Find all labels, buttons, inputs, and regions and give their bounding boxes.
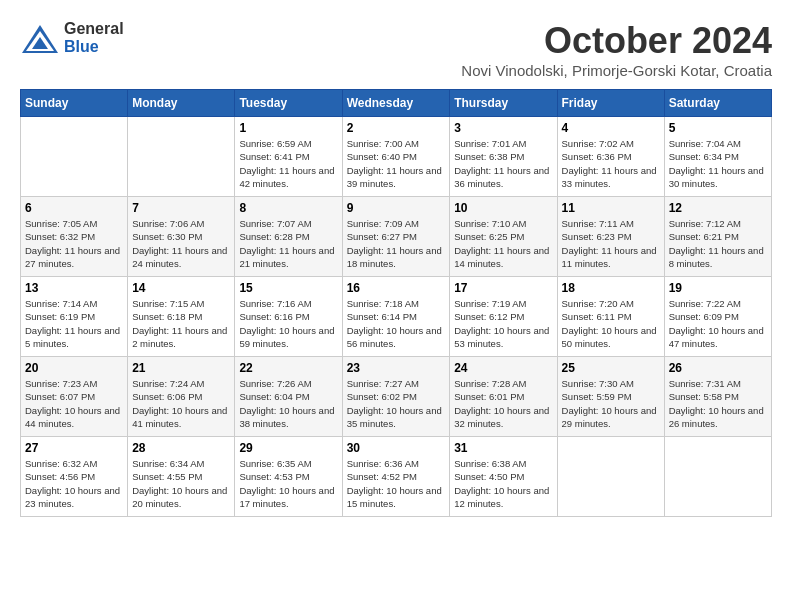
weekday-header-friday: Friday xyxy=(557,90,664,117)
day-detail: Sunrise: 7:28 AM Sunset: 6:01 PM Dayligh… xyxy=(454,377,552,430)
weekday-header-thursday: Thursday xyxy=(450,90,557,117)
day-detail: Sunrise: 7:02 AM Sunset: 6:36 PM Dayligh… xyxy=(562,137,660,190)
day-number: 17 xyxy=(454,281,552,295)
calendar-cell: 9Sunrise: 7:09 AM Sunset: 6:27 PM Daylig… xyxy=(342,197,450,277)
calendar-cell: 19Sunrise: 7:22 AM Sunset: 6:09 PM Dayli… xyxy=(664,277,771,357)
day-number: 4 xyxy=(562,121,660,135)
weekday-header-sunday: Sunday xyxy=(21,90,128,117)
calendar-cell: 16Sunrise: 7:18 AM Sunset: 6:14 PM Dayli… xyxy=(342,277,450,357)
day-number: 31 xyxy=(454,441,552,455)
calendar-cell: 7Sunrise: 7:06 AM Sunset: 6:30 PM Daylig… xyxy=(128,197,235,277)
day-number: 5 xyxy=(669,121,767,135)
day-number: 3 xyxy=(454,121,552,135)
day-number: 14 xyxy=(132,281,230,295)
calendar-cell xyxy=(557,437,664,517)
day-number: 12 xyxy=(669,201,767,215)
page-header: General Blue October 2024 Novi Vinodolsk… xyxy=(20,20,772,79)
logo-icon xyxy=(20,23,60,53)
day-detail: Sunrise: 7:30 AM Sunset: 5:59 PM Dayligh… xyxy=(562,377,660,430)
day-detail: Sunrise: 7:11 AM Sunset: 6:23 PM Dayligh… xyxy=(562,217,660,270)
day-number: 1 xyxy=(239,121,337,135)
calendar-week-row: 6Sunrise: 7:05 AM Sunset: 6:32 PM Daylig… xyxy=(21,197,772,277)
calendar-cell xyxy=(128,117,235,197)
day-number: 18 xyxy=(562,281,660,295)
day-detail: Sunrise: 7:01 AM Sunset: 6:38 PM Dayligh… xyxy=(454,137,552,190)
day-detail: Sunrise: 7:15 AM Sunset: 6:18 PM Dayligh… xyxy=(132,297,230,350)
day-detail: Sunrise: 6:38 AM Sunset: 4:50 PM Dayligh… xyxy=(454,457,552,510)
day-detail: Sunrise: 6:32 AM Sunset: 4:56 PM Dayligh… xyxy=(25,457,123,510)
calendar-cell: 5Sunrise: 7:04 AM Sunset: 6:34 PM Daylig… xyxy=(664,117,771,197)
day-detail: Sunrise: 7:09 AM Sunset: 6:27 PM Dayligh… xyxy=(347,217,446,270)
day-number: 10 xyxy=(454,201,552,215)
day-number: 22 xyxy=(239,361,337,375)
day-detail: Sunrise: 7:20 AM Sunset: 6:11 PM Dayligh… xyxy=(562,297,660,350)
day-detail: Sunrise: 7:23 AM Sunset: 6:07 PM Dayligh… xyxy=(25,377,123,430)
calendar-cell: 20Sunrise: 7:23 AM Sunset: 6:07 PM Dayli… xyxy=(21,357,128,437)
logo-general: General xyxy=(64,20,124,38)
day-number: 2 xyxy=(347,121,446,135)
calendar-cell: 6Sunrise: 7:05 AM Sunset: 6:32 PM Daylig… xyxy=(21,197,128,277)
logo: General Blue xyxy=(20,20,124,55)
calendar-cell: 24Sunrise: 7:28 AM Sunset: 6:01 PM Dayli… xyxy=(450,357,557,437)
calendar-cell: 23Sunrise: 7:27 AM Sunset: 6:02 PM Dayli… xyxy=(342,357,450,437)
logo-blue: Blue xyxy=(64,38,99,56)
calendar-cell: 25Sunrise: 7:30 AM Sunset: 5:59 PM Dayli… xyxy=(557,357,664,437)
day-detail: Sunrise: 7:04 AM Sunset: 6:34 PM Dayligh… xyxy=(669,137,767,190)
day-detail: Sunrise: 7:16 AM Sunset: 6:16 PM Dayligh… xyxy=(239,297,337,350)
day-number: 19 xyxy=(669,281,767,295)
calendar-cell xyxy=(21,117,128,197)
calendar-cell: 17Sunrise: 7:19 AM Sunset: 6:12 PM Dayli… xyxy=(450,277,557,357)
day-detail: Sunrise: 7:24 AM Sunset: 6:06 PM Dayligh… xyxy=(132,377,230,430)
calendar-cell: 10Sunrise: 7:10 AM Sunset: 6:25 PM Dayli… xyxy=(450,197,557,277)
calendar-cell: 26Sunrise: 7:31 AM Sunset: 5:58 PM Dayli… xyxy=(664,357,771,437)
day-detail: Sunrise: 7:07 AM Sunset: 6:28 PM Dayligh… xyxy=(239,217,337,270)
calendar-cell: 27Sunrise: 6:32 AM Sunset: 4:56 PM Dayli… xyxy=(21,437,128,517)
day-detail: Sunrise: 7:00 AM Sunset: 6:40 PM Dayligh… xyxy=(347,137,446,190)
calendar-cell: 18Sunrise: 7:20 AM Sunset: 6:11 PM Dayli… xyxy=(557,277,664,357)
calendar-cell: 28Sunrise: 6:34 AM Sunset: 4:55 PM Dayli… xyxy=(128,437,235,517)
calendar-cell: 22Sunrise: 7:26 AM Sunset: 6:04 PM Dayli… xyxy=(235,357,342,437)
day-detail: Sunrise: 6:35 AM Sunset: 4:53 PM Dayligh… xyxy=(239,457,337,510)
calendar-table: SundayMondayTuesdayWednesdayThursdayFrid… xyxy=(20,89,772,517)
weekday-header-wednesday: Wednesday xyxy=(342,90,450,117)
calendar-cell: 14Sunrise: 7:15 AM Sunset: 6:18 PM Dayli… xyxy=(128,277,235,357)
day-detail: Sunrise: 7:14 AM Sunset: 6:19 PM Dayligh… xyxy=(25,297,123,350)
weekday-header-tuesday: Tuesday xyxy=(235,90,342,117)
weekday-header-saturday: Saturday xyxy=(664,90,771,117)
day-number: 21 xyxy=(132,361,230,375)
calendar-cell: 30Sunrise: 6:36 AM Sunset: 4:52 PM Dayli… xyxy=(342,437,450,517)
day-number: 15 xyxy=(239,281,337,295)
day-number: 29 xyxy=(239,441,337,455)
day-number: 7 xyxy=(132,201,230,215)
calendar-week-row: 27Sunrise: 6:32 AM Sunset: 4:56 PM Dayli… xyxy=(21,437,772,517)
calendar-body: 1Sunrise: 6:59 AM Sunset: 6:41 PM Daylig… xyxy=(21,117,772,517)
day-number: 30 xyxy=(347,441,446,455)
day-number: 20 xyxy=(25,361,123,375)
day-number: 16 xyxy=(347,281,446,295)
day-number: 13 xyxy=(25,281,123,295)
day-detail: Sunrise: 7:19 AM Sunset: 6:12 PM Dayligh… xyxy=(454,297,552,350)
calendar-header: SundayMondayTuesdayWednesdayThursdayFrid… xyxy=(21,90,772,117)
day-number: 23 xyxy=(347,361,446,375)
day-number: 6 xyxy=(25,201,123,215)
calendar-cell: 3Sunrise: 7:01 AM Sunset: 6:38 PM Daylig… xyxy=(450,117,557,197)
day-detail: Sunrise: 7:27 AM Sunset: 6:02 PM Dayligh… xyxy=(347,377,446,430)
calendar-cell: 21Sunrise: 7:24 AM Sunset: 6:06 PM Dayli… xyxy=(128,357,235,437)
month-title: October 2024 xyxy=(461,20,772,62)
calendar-cell: 12Sunrise: 7:12 AM Sunset: 6:21 PM Dayli… xyxy=(664,197,771,277)
day-detail: Sunrise: 7:31 AM Sunset: 5:58 PM Dayligh… xyxy=(669,377,767,430)
day-detail: Sunrise: 6:34 AM Sunset: 4:55 PM Dayligh… xyxy=(132,457,230,510)
day-detail: Sunrise: 6:36 AM Sunset: 4:52 PM Dayligh… xyxy=(347,457,446,510)
calendar-cell xyxy=(664,437,771,517)
day-number: 27 xyxy=(25,441,123,455)
day-detail: Sunrise: 6:59 AM Sunset: 6:41 PM Dayligh… xyxy=(239,137,337,190)
day-detail: Sunrise: 7:22 AM Sunset: 6:09 PM Dayligh… xyxy=(669,297,767,350)
day-number: 8 xyxy=(239,201,337,215)
calendar-cell: 4Sunrise: 7:02 AM Sunset: 6:36 PM Daylig… xyxy=(557,117,664,197)
calendar-cell: 8Sunrise: 7:07 AM Sunset: 6:28 PM Daylig… xyxy=(235,197,342,277)
calendar-week-row: 1Sunrise: 6:59 AM Sunset: 6:41 PM Daylig… xyxy=(21,117,772,197)
calendar-cell: 1Sunrise: 6:59 AM Sunset: 6:41 PM Daylig… xyxy=(235,117,342,197)
day-detail: Sunrise: 7:12 AM Sunset: 6:21 PM Dayligh… xyxy=(669,217,767,270)
location-title: Novi Vinodolski, Primorje-Gorski Kotar, … xyxy=(461,62,772,79)
calendar-cell: 29Sunrise: 6:35 AM Sunset: 4:53 PM Dayli… xyxy=(235,437,342,517)
